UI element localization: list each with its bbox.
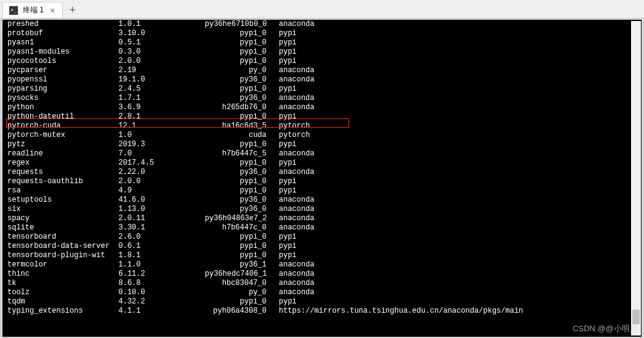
- pkg-build: pypi_0: [205, 177, 279, 186]
- pkg-version: 19.1.0: [118, 75, 205, 84]
- pkg-channel: https://mirrors.tuna.tsinghua.edu.cn/ana…: [279, 307, 637, 316]
- pkg-name: requests-oauthlib: [7, 177, 118, 186]
- pkg-name: toolz: [7, 288, 118, 297]
- pkg-version: 2019.3: [118, 140, 205, 149]
- pkg-version: 0.3.0: [118, 47, 205, 57]
- package-row: tensorboard-data-server0.6.1pypi_0pypi: [7, 242, 637, 251]
- pkg-build: pypi_0: [205, 242, 279, 251]
- vertical-scrollbar[interactable]: [631, 21, 641, 336]
- pkg-channel: pypi: [279, 29, 637, 38]
- pkg-name: tk: [7, 279, 118, 288]
- pkg-build: cuda: [205, 131, 279, 140]
- pkg-version: 6.11.2: [118, 270, 205, 279]
- package-row: pyasn10.5.1pypi_0pypi: [7, 38, 637, 47]
- pkg-channel: pypi: [279, 233, 637, 242]
- pkg-name: sqlite: [7, 223, 118, 233]
- pkg-channel: anaconda: [279, 149, 637, 159]
- pkg-build: pypi_0: [205, 140, 279, 149]
- package-row: pyparsing2.4.5pypi_0pypi: [7, 84, 637, 94]
- pkg-channel: anaconda: [279, 223, 637, 233]
- pkg-build: py36_0: [205, 168, 279, 177]
- pkg-channel: anaconda: [279, 205, 637, 214]
- pkg-version: 2.19: [118, 66, 205, 75]
- pkg-version: 2.0.11: [118, 214, 205, 223]
- pkg-build: py36h04863e7_2: [205, 214, 279, 223]
- pkg-build: py36he6710b0_0: [205, 20, 279, 29]
- pkg-name: typing_extensions: [7, 307, 118, 316]
- pkg-channel: pypi: [279, 177, 637, 186]
- package-row: pycocotools2.0.0pypi_0pypi: [7, 57, 637, 66]
- pkg-version: 7.0: [118, 149, 205, 159]
- pkg-name: pysocks: [7, 94, 118, 103]
- scrollbar-thumb[interactable]: [632, 310, 640, 324]
- package-row: pyasn1-modules0.3.0pypi_0pypi: [7, 47, 637, 57]
- package-row: readline7.0h7b6447c_5anaconda: [7, 149, 637, 159]
- package-row: spacy2.0.11py36h04863e7_2anaconda: [7, 214, 637, 223]
- pkg-build: pyh06a4308_0: [205, 307, 279, 316]
- pkg-version: 2.22.0: [118, 168, 205, 177]
- pkg-name: readline: [7, 149, 118, 159]
- package-row: six1.13.0py36_0anaconda: [7, 205, 637, 214]
- pkg-version: 4.9: [118, 186, 205, 196]
- pkg-build: pypi_0: [205, 297, 279, 307]
- pkg-build: pypi_0: [205, 57, 279, 66]
- package-row: requests-oauthlib2.0.0pypi_0pypi: [7, 177, 637, 186]
- package-row: pytorch-mutex1.0cudapytorch: [7, 131, 637, 140]
- pkg-channel: pypi: [279, 112, 637, 122]
- pkg-version: 1.0.1: [118, 20, 205, 29]
- package-row: thinc6.11.2py36hedc7406_1anaconda: [7, 270, 637, 279]
- tab-title: 终端 1: [23, 5, 44, 15]
- pkg-version: 3.30.1: [118, 223, 205, 233]
- pkg-channel: anaconda: [279, 288, 637, 297]
- pkg-channel: pypi: [279, 186, 637, 196]
- pkg-version: 8.6.8: [118, 279, 205, 288]
- pkg-channel: pypi: [279, 57, 637, 66]
- pkg-name: preshed: [7, 20, 118, 29]
- pkg-build: py36_0: [205, 94, 279, 103]
- pkg-channel: anaconda: [279, 196, 637, 205]
- package-row: toolz0.10.0py_0anaconda: [7, 288, 637, 297]
- pkg-version: 2.0.0: [118, 177, 205, 186]
- pkg-version: 2.6.0: [118, 233, 205, 242]
- package-row: pycparser2.19py_0anaconda: [7, 66, 637, 75]
- tab-add-button[interactable]: +: [63, 2, 82, 18]
- package-row: tqdm4.32.2pypi_0pypi: [7, 297, 637, 307]
- terminal-output[interactable]: preshed1.0.1py36he6710b0_0anacondaprotob…: [2, 20, 642, 337]
- pkg-name: python-dateutil: [7, 112, 118, 122]
- pkg-build: pypi_0: [205, 47, 279, 57]
- pkg-build: py36_0: [205, 205, 279, 214]
- pkg-build: py_0: [205, 66, 279, 75]
- pkg-version: 4.1.1: [118, 307, 205, 316]
- pkg-name: rsa: [7, 186, 118, 196]
- package-row: rsa4.9pypi_0pypi: [7, 186, 637, 196]
- pkg-build: pypi_0: [205, 233, 279, 242]
- pkg-channel: pytorch: [279, 131, 637, 140]
- tab-terminal-1[interactable]: >_ 终端 1 ×: [2, 2, 63, 18]
- pkg-name: thinc: [7, 270, 118, 279]
- pkg-name: python: [7, 103, 118, 112]
- pkg-name: tqdm: [7, 297, 118, 307]
- package-row: setuptools41.6.0py36_0anaconda: [7, 196, 637, 205]
- pkg-version: 1.1.0: [118, 260, 205, 270]
- package-row: requests2.22.0py36_0anaconda: [7, 168, 637, 177]
- pkg-channel: anaconda: [279, 270, 637, 279]
- pkg-build: py36_0: [205, 196, 279, 205]
- package-row: python-dateutil2.8.1pypi_0pypi: [7, 112, 637, 122]
- pkg-build: pypi_0: [205, 29, 279, 38]
- pkg-name: pyparsing: [7, 84, 118, 94]
- pkg-channel: pypi: [279, 251, 637, 260]
- pkg-name: requests: [7, 168, 118, 177]
- package-row: tensorboard2.6.0pypi_0pypi: [7, 233, 637, 242]
- pkg-name: regex: [7, 159, 118, 168]
- pkg-name: termcolor: [7, 260, 118, 270]
- tab-close-icon[interactable]: ×: [49, 6, 56, 15]
- package-row: preshed1.0.1py36he6710b0_0anaconda: [7, 20, 637, 29]
- package-row: pytz2019.3pypi_0pypi: [7, 140, 637, 149]
- pkg-version: 41.6.0: [118, 196, 205, 205]
- pkg-name: pycparser: [7, 66, 118, 75]
- pkg-version: 0.5.1: [118, 38, 205, 47]
- pkg-version: 12.1: [118, 122, 205, 131]
- pkg-name: tensorboard-plugin-wit: [7, 251, 118, 260]
- pkg-build: h7b6447c_5: [205, 149, 279, 159]
- package-row: regex2017.4.5pypi_0pypi: [7, 159, 637, 168]
